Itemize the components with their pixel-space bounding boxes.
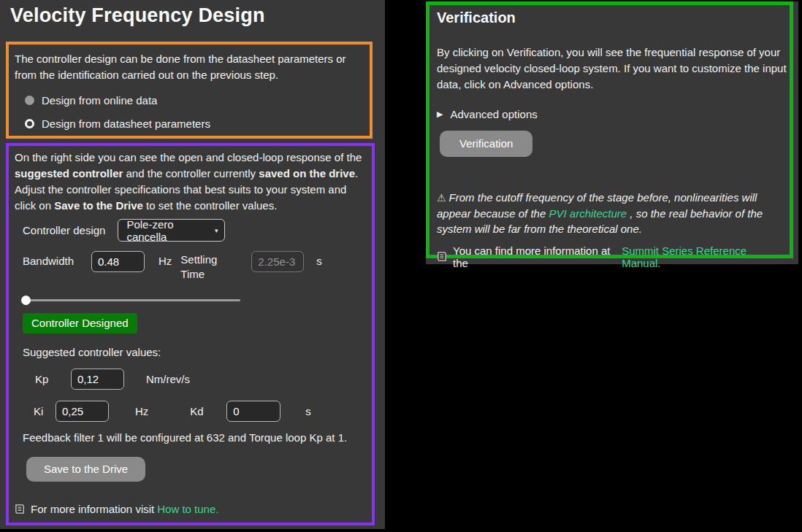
settling-label-line1: Settling <box>180 253 217 266</box>
verification-section: Verification By clicking on Verification… <box>426 1 793 258</box>
chevron-down-icon[interactable]: ▾ <box>215 227 218 234</box>
reference-manual-link[interactable]: Summit Series Reference Manual. <box>622 244 779 269</box>
expander-arrow-icon[interactable]: ▶ <box>437 109 443 119</box>
kd-unit: s <box>305 405 311 417</box>
advanced-options-label[interactable]: Advanced options <box>450 108 537 120</box>
velocity-frequency-design-panel: Velocity Frequency Design The controller… <box>0 0 385 529</box>
radio-button-icon[interactable] <box>25 96 34 105</box>
pvi-architecture-link[interactable]: PVI architecture <box>549 207 627 220</box>
ki-input[interactable] <box>56 401 109 422</box>
reference-manual-line: You can find more information at the Sum… <box>437 244 779 269</box>
description-text: to set the controller values. <box>143 199 277 212</box>
radio-design-from-datasheet-parameters[interactable]: Design from datasheet parameters <box>25 117 362 130</box>
more-info-line: For more information visit How to tune. <box>15 503 364 515</box>
book-icon <box>15 504 26 514</box>
kp-unit: Nm/rev/s <box>146 373 190 385</box>
nonlinearity-warning: ⚠From the cutoff frequency of the stage … <box>437 190 789 236</box>
bandwidth-input[interactable] <box>91 251 145 272</box>
feedback-filter-note: Feedback filter 1 will be configured at … <box>23 431 364 444</box>
more-info-text: For more information visit <box>31 503 154 515</box>
controller-design-dropdown[interactable]: Pole-zero cancella ▾ <box>118 219 225 242</box>
kd-input[interactable] <box>226 401 280 422</box>
controller-design-label: Controller design <box>23 224 105 236</box>
radio-design-from-online-data[interactable]: Design from online data <box>25 94 362 107</box>
bandwidth-label: Bandwidth <box>23 251 91 267</box>
page-title: Velocity Frequency Design <box>10 4 385 27</box>
verification-title: Verification <box>437 9 779 26</box>
bandwidth-slider[interactable] <box>23 296 240 305</box>
book-icon <box>437 252 448 262</box>
verification-button[interactable]: Verification <box>440 131 532 157</box>
description-bold-text: Save to the Drive <box>54 199 143 212</box>
kp-label: Kp <box>35 373 51 385</box>
save-to-drive-button[interactable]: Save to the Drive <box>26 457 145 482</box>
slider-thumb[interactable] <box>21 296 31 305</box>
settling-time-input <box>251 251 304 272</box>
dropdown-selected-value[interactable]: Pole-zero cancella <box>126 218 211 243</box>
controller-design-section: On the right side you can see the open a… <box>6 143 375 525</box>
controller-design-description: On the right side you can see the open a… <box>15 150 364 214</box>
settling-time-label: SettlingTime <box>180 251 221 282</box>
radio-label[interactable]: Design from online data <box>42 94 157 107</box>
radio-button-selected-icon[interactable] <box>25 119 34 128</box>
description-text: On the right side you can see the open a… <box>15 151 362 163</box>
slider-track[interactable] <box>23 299 240 301</box>
warning-icon: ⚠ <box>437 192 446 204</box>
advanced-options-expander[interactable]: ▶ Advanced options <box>437 108 779 120</box>
design-source-description: The controller design can be done from t… <box>15 51 362 83</box>
verification-panel: Verification By clicking on Verification… <box>426 1 798 264</box>
kd-label: Kd <box>190 405 206 417</box>
description-text: and the controller currently <box>123 167 259 180</box>
description-bold-text: suggested controller <box>15 167 123 180</box>
how-to-tune-link[interactable]: How to tune. <box>157 503 218 515</box>
verification-description: By clicking on Verification, you will se… <box>437 45 789 93</box>
description-bold-text: saved on the drive <box>259 167 355 180</box>
settling-label-line2: Time <box>180 268 205 280</box>
status-badge: Controller Designed <box>23 313 137 334</box>
design-source-section: The controller design can be done from t… <box>6 42 373 139</box>
reference-manual-text: You can find more information at the <box>453 244 619 269</box>
radio-label[interactable]: Design from datasheet parameters <box>42 117 210 130</box>
kp-input[interactable] <box>71 369 124 390</box>
ki-unit: Hz <box>135 405 148 417</box>
settling-time-unit: s <box>316 251 322 267</box>
ki-label: Ki <box>34 405 47 417</box>
bandwidth-unit: Hz <box>159 251 172 267</box>
suggested-values-label: Suggested controller values: <box>23 346 364 358</box>
